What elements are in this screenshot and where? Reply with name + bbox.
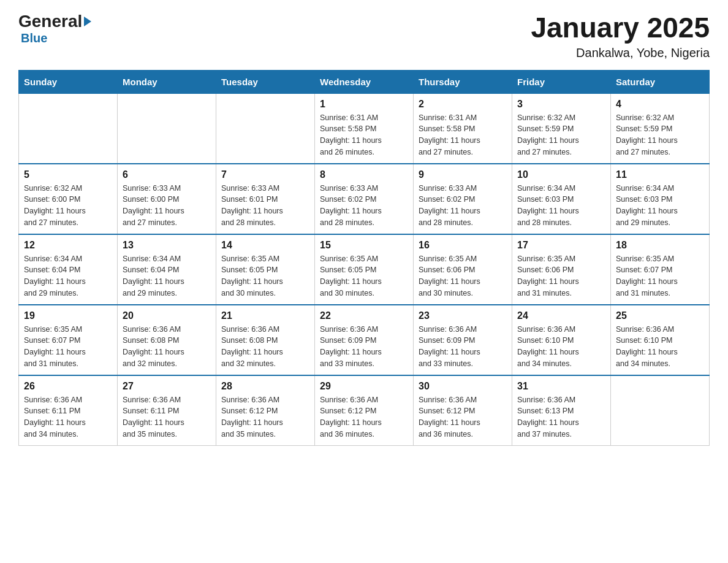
calendar-cell: 11Sunrise: 6:34 AM Sunset: 6:03 PM Dayli… bbox=[611, 164, 710, 234]
column-header-thursday: Thursday bbox=[414, 70, 512, 93]
day-info: Sunrise: 6:34 AM Sunset: 6:04 PM Dayligh… bbox=[24, 253, 112, 299]
calendar-cell: 25Sunrise: 6:36 AM Sunset: 6:10 PM Dayli… bbox=[611, 305, 710, 375]
column-header-wednesday: Wednesday bbox=[315, 70, 414, 93]
day-number: 26 bbox=[24, 381, 112, 392]
day-info: Sunrise: 6:36 AM Sunset: 6:08 PM Dayligh… bbox=[221, 324, 309, 370]
week-row-5: 26Sunrise: 6:36 AM Sunset: 6:11 PM Dayli… bbox=[19, 375, 710, 446]
day-number: 1 bbox=[320, 99, 408, 110]
calendar-cell: 29Sunrise: 6:36 AM Sunset: 6:12 PM Dayli… bbox=[315, 375, 414, 446]
day-number: 3 bbox=[517, 99, 605, 110]
day-info: Sunrise: 6:33 AM Sunset: 6:00 PM Dayligh… bbox=[123, 183, 211, 229]
calendar-cell: 9Sunrise: 6:33 AM Sunset: 6:02 PM Daylig… bbox=[414, 164, 512, 234]
day-info: Sunrise: 6:33 AM Sunset: 6:01 PM Dayligh… bbox=[221, 183, 309, 229]
calendar-cell: 16Sunrise: 6:35 AM Sunset: 6:06 PM Dayli… bbox=[414, 234, 512, 305]
day-info: Sunrise: 6:34 AM Sunset: 6:04 PM Dayligh… bbox=[123, 253, 211, 299]
day-info: Sunrise: 6:34 AM Sunset: 6:03 PM Dayligh… bbox=[616, 183, 704, 229]
calendar-cell: 14Sunrise: 6:35 AM Sunset: 6:05 PM Dayli… bbox=[216, 234, 315, 305]
calendar-cell: 19Sunrise: 6:35 AM Sunset: 6:07 PM Dayli… bbox=[19, 305, 118, 375]
day-number: 30 bbox=[419, 381, 507, 392]
calendar-subtitle: Dankalwa, Yobe, Nigeria bbox=[531, 46, 710, 60]
day-number: 16 bbox=[419, 240, 507, 251]
day-number: 18 bbox=[616, 240, 704, 251]
logo-blue-text: Blue bbox=[21, 31, 47, 45]
day-info: Sunrise: 6:36 AM Sunset: 6:09 PM Dayligh… bbox=[320, 324, 408, 370]
day-info: Sunrise: 6:31 AM Sunset: 5:58 PM Dayligh… bbox=[320, 112, 408, 158]
day-number: 13 bbox=[123, 240, 211, 251]
day-number: 27 bbox=[123, 381, 211, 392]
calendar-cell: 7Sunrise: 6:33 AM Sunset: 6:01 PM Daylig… bbox=[216, 164, 315, 234]
day-number: 23 bbox=[419, 310, 507, 321]
calendar-table: SundayMondayTuesdayWednesdayThursdayFrid… bbox=[18, 70, 710, 446]
calendar-cell: 18Sunrise: 6:35 AM Sunset: 6:07 PM Dayli… bbox=[611, 234, 710, 305]
page-header: General Blue January 2025 Dankalwa, Yobe… bbox=[18, 12, 710, 60]
day-number: 7 bbox=[221, 169, 309, 180]
calendar-cell: 15Sunrise: 6:35 AM Sunset: 6:05 PM Dayli… bbox=[315, 234, 414, 305]
calendar-title: January 2025 bbox=[531, 12, 710, 44]
calendar-cell: 22Sunrise: 6:36 AM Sunset: 6:09 PM Dayli… bbox=[315, 305, 414, 375]
day-number: 17 bbox=[517, 240, 605, 251]
calendar-cell: 2Sunrise: 6:31 AM Sunset: 5:58 PM Daylig… bbox=[414, 93, 512, 164]
day-number: 25 bbox=[616, 310, 704, 321]
day-number: 31 bbox=[517, 381, 605, 392]
day-number: 29 bbox=[320, 381, 408, 392]
calendar-cell bbox=[216, 93, 315, 164]
calendar-cell: 20Sunrise: 6:36 AM Sunset: 6:08 PM Dayli… bbox=[118, 305, 216, 375]
calendar-cell: 17Sunrise: 6:35 AM Sunset: 6:06 PM Dayli… bbox=[512, 234, 611, 305]
day-info: Sunrise: 6:36 AM Sunset: 6:13 PM Dayligh… bbox=[517, 394, 605, 440]
calendar-cell: 28Sunrise: 6:36 AM Sunset: 6:12 PM Dayli… bbox=[216, 375, 315, 446]
calendar-cell bbox=[118, 93, 216, 164]
column-header-friday: Friday bbox=[512, 70, 611, 93]
day-number: 2 bbox=[419, 99, 507, 110]
day-info: Sunrise: 6:36 AM Sunset: 6:12 PM Dayligh… bbox=[419, 394, 507, 440]
week-row-2: 5Sunrise: 6:32 AM Sunset: 6:00 PM Daylig… bbox=[19, 164, 710, 234]
day-info: Sunrise: 6:36 AM Sunset: 6:12 PM Dayligh… bbox=[320, 394, 408, 440]
day-number: 24 bbox=[517, 310, 605, 321]
day-info: Sunrise: 6:33 AM Sunset: 6:02 PM Dayligh… bbox=[320, 183, 408, 229]
calendar-cell: 5Sunrise: 6:32 AM Sunset: 6:00 PM Daylig… bbox=[19, 164, 118, 234]
day-info: Sunrise: 6:36 AM Sunset: 6:10 PM Dayligh… bbox=[517, 324, 605, 370]
column-header-saturday: Saturday bbox=[611, 70, 710, 93]
day-info: Sunrise: 6:32 AM Sunset: 6:00 PM Dayligh… bbox=[24, 183, 112, 229]
day-number: 12 bbox=[24, 240, 112, 251]
column-header-sunday: Sunday bbox=[19, 70, 118, 93]
calendar-header-row: SundayMondayTuesdayWednesdayThursdayFrid… bbox=[19, 70, 710, 93]
day-number: 28 bbox=[221, 381, 309, 392]
day-info: Sunrise: 6:35 AM Sunset: 6:07 PM Dayligh… bbox=[616, 253, 704, 299]
calendar-cell bbox=[611, 375, 710, 446]
day-info: Sunrise: 6:35 AM Sunset: 6:05 PM Dayligh… bbox=[221, 253, 309, 299]
week-row-1: 1Sunrise: 6:31 AM Sunset: 5:58 PM Daylig… bbox=[19, 93, 710, 164]
day-number: 11 bbox=[616, 169, 704, 180]
day-number: 22 bbox=[320, 310, 408, 321]
day-info: Sunrise: 6:35 AM Sunset: 6:06 PM Dayligh… bbox=[517, 253, 605, 299]
day-number: 20 bbox=[123, 310, 211, 321]
title-block: January 2025 Dankalwa, Yobe, Nigeria bbox=[531, 12, 710, 60]
calendar-cell: 30Sunrise: 6:36 AM Sunset: 6:12 PM Dayli… bbox=[414, 375, 512, 446]
calendar-cell: 6Sunrise: 6:33 AM Sunset: 6:00 PM Daylig… bbox=[118, 164, 216, 234]
day-info: Sunrise: 6:35 AM Sunset: 6:05 PM Dayligh… bbox=[320, 253, 408, 299]
calendar-cell: 26Sunrise: 6:36 AM Sunset: 6:11 PM Dayli… bbox=[19, 375, 118, 446]
day-info: Sunrise: 6:34 AM Sunset: 6:03 PM Dayligh… bbox=[517, 183, 605, 229]
day-info: Sunrise: 6:35 AM Sunset: 6:06 PM Dayligh… bbox=[419, 253, 507, 299]
week-row-4: 19Sunrise: 6:35 AM Sunset: 6:07 PM Dayli… bbox=[19, 305, 710, 375]
day-number: 14 bbox=[221, 240, 309, 251]
day-info: Sunrise: 6:36 AM Sunset: 6:11 PM Dayligh… bbox=[123, 394, 211, 440]
day-info: Sunrise: 6:32 AM Sunset: 5:59 PM Dayligh… bbox=[517, 112, 605, 158]
calendar-cell bbox=[19, 93, 118, 164]
day-number: 21 bbox=[221, 310, 309, 321]
week-row-3: 12Sunrise: 6:34 AM Sunset: 6:04 PM Dayli… bbox=[19, 234, 710, 305]
calendar-cell: 23Sunrise: 6:36 AM Sunset: 6:09 PM Dayli… bbox=[414, 305, 512, 375]
calendar-cell: 12Sunrise: 6:34 AM Sunset: 6:04 PM Dayli… bbox=[19, 234, 118, 305]
day-info: Sunrise: 6:33 AM Sunset: 6:02 PM Dayligh… bbox=[419, 183, 507, 229]
day-info: Sunrise: 6:36 AM Sunset: 6:08 PM Dayligh… bbox=[123, 324, 211, 370]
day-info: Sunrise: 6:36 AM Sunset: 6:09 PM Dayligh… bbox=[419, 324, 507, 370]
day-info: Sunrise: 6:36 AM Sunset: 6:12 PM Dayligh… bbox=[221, 394, 309, 440]
calendar-cell: 27Sunrise: 6:36 AM Sunset: 6:11 PM Dayli… bbox=[118, 375, 216, 446]
calendar-cell: 21Sunrise: 6:36 AM Sunset: 6:08 PM Dayli… bbox=[216, 305, 315, 375]
day-number: 9 bbox=[419, 169, 507, 180]
calendar-cell: 8Sunrise: 6:33 AM Sunset: 6:02 PM Daylig… bbox=[315, 164, 414, 234]
calendar-cell: 13Sunrise: 6:34 AM Sunset: 6:04 PM Dayli… bbox=[118, 234, 216, 305]
logo-arrow-icon bbox=[84, 17, 91, 26]
logo: General Blue bbox=[18, 12, 91, 45]
day-number: 4 bbox=[616, 99, 704, 110]
column-header-tuesday: Tuesday bbox=[216, 70, 315, 93]
